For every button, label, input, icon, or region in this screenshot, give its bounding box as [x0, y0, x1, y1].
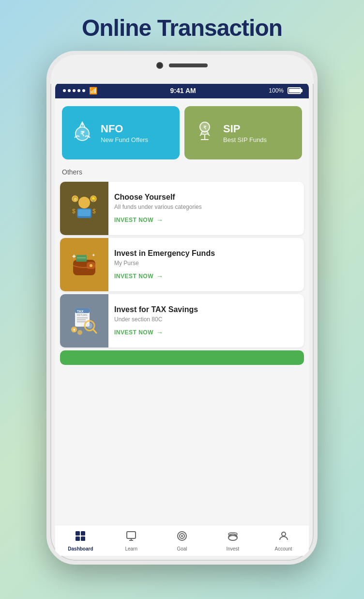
- status-bar: 📶 9:41 AM 100%: [55, 83, 309, 98]
- nav-item-account[interactable]: Account: [258, 530, 309, 552]
- tax-savings-content: Invest for TAX Savings Under section 80C…: [108, 294, 304, 347]
- svg-rect-39: [81, 536, 85, 541]
- nfo-icon: ₹: [70, 118, 95, 148]
- svg-point-46: [228, 536, 237, 540]
- svg-text:RETURN: RETURN: [77, 314, 87, 316]
- battery-icon: [288, 87, 301, 94]
- list-item-choose-yourself[interactable]: ⚙ 💡 $ $ Choose Yourself All funds under …: [60, 182, 304, 235]
- signal-area: 📶: [63, 87, 97, 95]
- partial-card: [60, 350, 304, 365]
- svg-text:$: $: [72, 208, 76, 215]
- svg-text:TAX: TAX: [77, 310, 84, 313]
- svg-point-35: [77, 330, 82, 335]
- emergency-funds-title: Invest in Emergency Funds: [114, 249, 298, 258]
- top-cards-row: ₹ NFO New Fund Offers: [55, 98, 309, 163]
- arrow-icon: →: [156, 272, 164, 280]
- choose-yourself-content: Choose Yourself All funds under various …: [108, 182, 304, 235]
- speaker: [169, 63, 208, 67]
- nfo-title: NFO: [101, 123, 148, 135]
- battery-percent: 100%: [269, 87, 284, 94]
- account-icon: [278, 530, 289, 545]
- signal-dot: [68, 89, 71, 92]
- svg-rect-36: [76, 531, 80, 536]
- svg-rect-37: [81, 531, 85, 536]
- goal-label: Goal: [177, 546, 187, 552]
- choose-yourself-cta-label: INVEST NOW: [114, 217, 153, 223]
- nav-item-goal[interactable]: Goal: [157, 530, 208, 552]
- signal-dot: [63, 89, 66, 92]
- nav-item-learn[interactable]: Learn: [106, 530, 157, 552]
- svg-text:✦: ✦: [71, 252, 77, 260]
- svg-rect-38: [76, 536, 80, 541]
- tax-savings-title: Invest for TAX Savings: [114, 305, 298, 314]
- battery-fill: [289, 89, 301, 93]
- tax-savings-image: TAX RETURN ₹: [60, 294, 108, 347]
- phone-frame: 📶 9:41 AM 100% ₹: [46, 51, 318, 565]
- nfo-subtitle: New Fund Offers: [101, 136, 148, 143]
- svg-point-48: [282, 532, 286, 536]
- svg-point-31: [87, 323, 92, 329]
- nfo-text: NFO New Fund Offers: [101, 123, 148, 143]
- learn-icon: [125, 530, 137, 545]
- phone-screen: 📶 9:41 AM 100% ₹: [55, 83, 309, 556]
- arrow-icon: →: [156, 329, 164, 336]
- sip-icon: ₹: [192, 118, 217, 148]
- svg-point-45: [181, 535, 183, 537]
- status-time: 9:41 AM: [170, 87, 196, 95]
- svg-text:⚙: ⚙: [74, 197, 77, 202]
- emergency-funds-content: Invest in Emergency Funds My Purse INVES…: [108, 238, 304, 291]
- sip-text: SIP Best SIP Funds: [223, 123, 267, 143]
- svg-point-18: [90, 264, 92, 267]
- emergency-funds-cta-label: INVEST NOW: [114, 273, 153, 280]
- tax-savings-cta[interactable]: INVEST NOW →: [114, 329, 298, 336]
- nfo-card[interactable]: ₹ NFO New Fund Offers: [62, 106, 180, 159]
- list-item-emergency-funds[interactable]: ✦ ✦ Invest in Emergency Funds My Purse I…: [60, 238, 304, 291]
- dashboard-label: Dashboard: [68, 546, 93, 552]
- svg-rect-40: [127, 532, 136, 538]
- signal-dot: [82, 89, 85, 92]
- svg-point-7: [78, 197, 90, 208]
- learn-label: Learn: [125, 546, 137, 552]
- signal-dot: [77, 89, 80, 92]
- nav-item-invest[interactable]: Invest: [207, 530, 258, 552]
- list-item-tax-savings[interactable]: TAX RETURN ₹: [60, 294, 304, 347]
- sip-title: SIP: [223, 123, 267, 135]
- emergency-funds-subtitle: My Purse: [114, 260, 298, 267]
- page-title: Online Transaction: [82, 15, 282, 41]
- account-label: Account: [275, 546, 292, 552]
- svg-line-32: [93, 329, 96, 333]
- svg-text:₹: ₹: [203, 125, 207, 130]
- signal-dot: [73, 89, 76, 92]
- bottom-nav: Dashboard Learn: [55, 525, 309, 556]
- svg-rect-19: [76, 255, 87, 262]
- svg-text:✦: ✦: [91, 252, 95, 258]
- others-section-label: Others: [55, 163, 309, 179]
- emergency-funds-cta[interactable]: INVEST NOW →: [114, 272, 298, 280]
- tax-savings-subtitle: Under section 80C: [114, 316, 298, 323]
- choose-yourself-subtitle: All funds under various categories: [114, 204, 298, 210]
- invest-icon: [227, 530, 239, 545]
- sip-subtitle: Best SIP Funds: [223, 136, 267, 143]
- goal-icon: [176, 530, 188, 545]
- invest-label: Invest: [226, 546, 239, 552]
- screen-content[interactable]: ₹ NFO New Fund Offers: [55, 98, 309, 525]
- svg-text:$: $: [92, 208, 96, 215]
- phone-top-bar: [156, 62, 208, 69]
- svg-rect-9: [78, 209, 91, 216]
- choose-yourself-image: ⚙ 💡 $ $: [60, 182, 108, 235]
- svg-text:💡: 💡: [91, 197, 96, 202]
- tax-savings-cta-label: INVEST NOW: [114, 329, 153, 336]
- wifi-icon: 📶: [89, 87, 97, 95]
- nav-item-dashboard[interactable]: Dashboard: [55, 530, 106, 552]
- emergency-funds-image: ✦ ✦: [60, 238, 108, 291]
- arrow-icon: →: [156, 216, 164, 224]
- dashboard-icon: [75, 530, 86, 545]
- battery-area: 100%: [269, 87, 301, 94]
- choose-yourself-cta[interactable]: INVEST NOW →: [114, 216, 298, 224]
- sip-card[interactable]: ₹ SIP Best SIP Funds: [184, 106, 302, 159]
- svg-text:₹: ₹: [80, 130, 85, 138]
- camera: [156, 62, 163, 69]
- choose-yourself-title: Choose Yourself: [114, 193, 298, 202]
